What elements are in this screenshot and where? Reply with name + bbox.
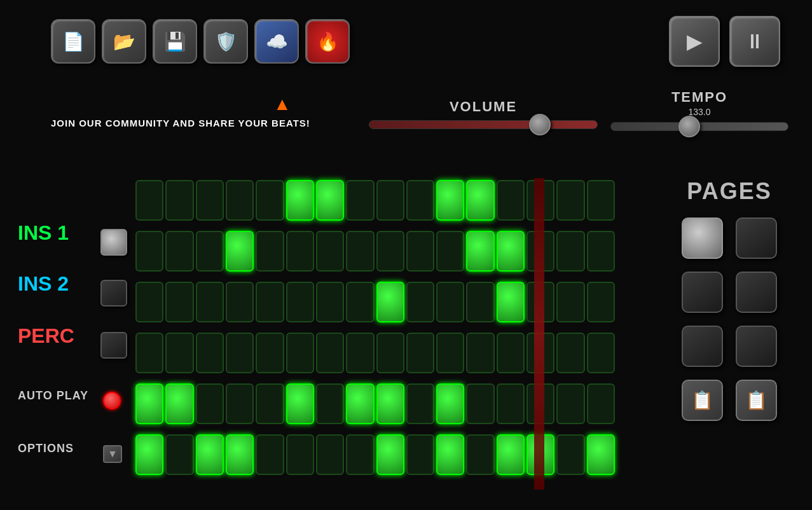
beat-cell[interactable] bbox=[587, 434, 615, 475]
volume-slider-track[interactable] bbox=[369, 120, 598, 129]
beat-cell[interactable] bbox=[256, 180, 284, 221]
beat-cell[interactable] bbox=[286, 383, 314, 424]
tempo-slider-thumb[interactable] bbox=[678, 116, 700, 137]
beat-cell[interactable] bbox=[226, 180, 254, 221]
play-button[interactable]: ▶ bbox=[669, 16, 720, 67]
beat-cell[interactable] bbox=[346, 282, 374, 322]
autoplay-button[interactable] bbox=[103, 392, 121, 410]
beat-cell[interactable] bbox=[376, 434, 404, 475]
beat-cell[interactable] bbox=[466, 434, 494, 475]
beat-cell[interactable] bbox=[406, 434, 434, 475]
beat-cell[interactable] bbox=[436, 383, 464, 424]
beat-cell[interactable] bbox=[587, 383, 615, 424]
beat-cell[interactable] bbox=[436, 434, 464, 475]
shield-button[interactable]: 🛡️ bbox=[203, 19, 248, 64]
beat-cell[interactable] bbox=[406, 333, 434, 373]
page-button-1[interactable] bbox=[682, 217, 723, 259]
beat-cell[interactable] bbox=[556, 383, 584, 424]
beat-cell[interactable] bbox=[497, 231, 525, 272]
options-button[interactable]: ▼ bbox=[103, 445, 122, 463]
beat-cell[interactable] bbox=[226, 383, 254, 424]
beat-cell[interactable] bbox=[466, 333, 494, 373]
beat-cell[interactable] bbox=[346, 333, 374, 373]
beat-cell[interactable] bbox=[556, 282, 584, 322]
beat-cell[interactable] bbox=[587, 180, 615, 221]
beat-cell[interactable] bbox=[165, 231, 193, 272]
beat-cell[interactable] bbox=[556, 231, 584, 272]
page-button-6[interactable] bbox=[736, 326, 777, 367]
beat-cell[interactable] bbox=[556, 434, 584, 475]
open-button[interactable]: 📂 bbox=[102, 19, 146, 64]
beat-cell[interactable] bbox=[497, 180, 525, 221]
page-button-3[interactable] bbox=[682, 272, 723, 313]
beat-cell[interactable] bbox=[135, 180, 163, 221]
perc-instrument-button[interactable] bbox=[100, 332, 127, 359]
beat-cell[interactable] bbox=[346, 231, 374, 272]
beat-cell[interactable] bbox=[196, 333, 224, 373]
beat-cell[interactable] bbox=[436, 282, 464, 322]
beat-cell[interactable] bbox=[316, 333, 344, 373]
beat-cell[interactable] bbox=[165, 282, 193, 322]
beat-cell[interactable] bbox=[286, 333, 314, 373]
beat-cell[interactable] bbox=[256, 282, 284, 322]
beat-cell[interactable] bbox=[436, 231, 464, 272]
beat-cell[interactable] bbox=[196, 282, 224, 322]
beat-cell[interactable] bbox=[196, 383, 224, 424]
beat-cell[interactable] bbox=[406, 180, 434, 221]
page-button-4[interactable] bbox=[736, 272, 777, 313]
beat-cell[interactable] bbox=[466, 383, 494, 424]
beat-cell[interactable] bbox=[316, 383, 344, 424]
beat-cell[interactable] bbox=[376, 282, 404, 322]
beat-cell[interactable] bbox=[226, 282, 254, 322]
beat-cell[interactable] bbox=[497, 282, 525, 322]
beat-cell[interactable] bbox=[135, 333, 163, 373]
volume-slider-thumb[interactable] bbox=[529, 114, 551, 135]
beat-cell[interactable] bbox=[286, 180, 314, 221]
beat-cell[interactable] bbox=[406, 282, 434, 322]
save-button[interactable]: 💾 bbox=[153, 19, 197, 64]
beat-cell[interactable] bbox=[286, 282, 314, 322]
tempo-slider-track[interactable] bbox=[610, 122, 788, 131]
beat-cell[interactable] bbox=[316, 434, 344, 475]
beat-cell[interactable] bbox=[256, 231, 284, 272]
beat-cell[interactable] bbox=[196, 180, 224, 221]
beat-cell[interactable] bbox=[406, 231, 434, 272]
beat-cell[interactable] bbox=[406, 383, 434, 424]
beat-cell[interactable] bbox=[316, 282, 344, 322]
beat-cell[interactable] bbox=[165, 180, 193, 221]
cloud-button[interactable]: ☁️ bbox=[254, 19, 299, 64]
page-button-8[interactable]: 📋 bbox=[736, 380, 777, 421]
beat-cell[interactable] bbox=[286, 231, 314, 272]
beat-cell[interactable] bbox=[556, 333, 584, 373]
beat-cell[interactable] bbox=[135, 231, 163, 272]
beat-cell[interactable] bbox=[286, 434, 314, 475]
beat-cell[interactable] bbox=[466, 180, 494, 221]
beat-cell[interactable] bbox=[346, 180, 374, 221]
beat-cell[interactable] bbox=[556, 180, 584, 221]
beat-cell[interactable] bbox=[466, 231, 494, 272]
beat-cell[interactable] bbox=[466, 282, 494, 322]
beat-cell[interactable] bbox=[226, 231, 254, 272]
beat-cell[interactable] bbox=[436, 333, 464, 373]
beat-cell[interactable] bbox=[256, 333, 284, 373]
beat-cell[interactable] bbox=[135, 434, 163, 475]
new-button[interactable]: 📄 bbox=[51, 19, 95, 64]
beat-cell[interactable] bbox=[135, 282, 163, 322]
hotitem-button[interactable]: 🔥 bbox=[305, 19, 350, 64]
beat-cell[interactable] bbox=[497, 333, 525, 373]
beat-cell[interactable] bbox=[497, 383, 525, 424]
beat-cell[interactable] bbox=[346, 383, 374, 424]
beat-cell[interactable] bbox=[165, 333, 193, 373]
beat-cell[interactable] bbox=[256, 434, 284, 475]
beat-cell[interactable] bbox=[587, 333, 615, 373]
beat-cell[interactable] bbox=[316, 231, 344, 272]
beat-cell[interactable] bbox=[376, 180, 404, 221]
beat-cell[interactable] bbox=[196, 231, 224, 272]
page-button-2[interactable] bbox=[736, 217, 777, 259]
beat-cell[interactable] bbox=[165, 383, 193, 424]
beat-cell[interactable] bbox=[226, 333, 254, 373]
page-button-7[interactable]: 📋 bbox=[682, 380, 723, 421]
beat-cell[interactable] bbox=[316, 180, 344, 221]
beat-cell[interactable] bbox=[497, 434, 525, 475]
beat-cell[interactable] bbox=[256, 383, 284, 424]
